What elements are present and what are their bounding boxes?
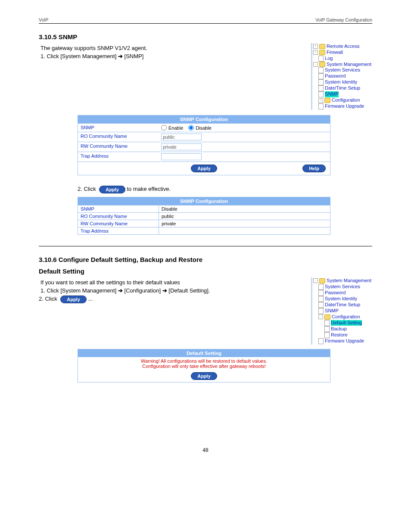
page-number: 48 [39,447,372,453]
page-icon [318,79,324,85]
expand-icon[interactable]: + [318,98,323,103]
page-icon [318,85,324,91]
warning-line-1: Warning! All configurations will be rest… [78,358,330,364]
ro-label: RO Community Name [78,132,159,142]
snmp-step2: 2. Click Apply to make effective. [78,186,372,193]
nav-tree-snmp: +Remote Access +Firewall Log -System Man… [311,43,372,110]
folder-open-icon [319,278,325,283]
apply-button-inline[interactable]: Apply [99,186,125,193]
nav-backup[interactable]: Backup [331,326,347,332]
nav-sys-identity[interactable]: System Identity [325,79,357,85]
page-icon [318,296,324,302]
apply-button-inline[interactable]: Apply [60,296,87,303]
nav-firmware[interactable]: Firmware Upgrade [325,338,364,344]
nav-sys-identity[interactable]: System Identity [325,296,357,302]
apply-button[interactable]: Apply [191,372,217,380]
default-setting-panel: Default Setting Warning! All configurati… [78,349,330,383]
result-rw: private [159,220,330,227]
page-icon [318,67,324,73]
trap-input[interactable] [161,153,202,160]
arrow-icon: ➔ [118,287,123,294]
nav-sys-services[interactable]: System Services [325,67,360,73]
result-ro: public [159,213,330,220]
expand-icon[interactable]: + [313,44,318,49]
arrow-icon: ➔ [118,53,123,59]
page-icon [324,320,330,326]
snmp-step1: 1. Click [System Management] ➔ [SNMP] [40,53,302,59]
nav-sys-services[interactable]: System Services [325,284,360,290]
snmp-config-header: SNMP Configuration [78,115,330,123]
page-icon [318,103,324,109]
nav-firewall[interactable]: Firewall [327,50,343,56]
nav-configuration[interactable]: Configuration [332,314,360,320]
nav-snmp[interactable]: SNMP [325,308,339,314]
nav-password[interactable]: Password [325,290,346,296]
nav-default-setting[interactable]: Default Setting [331,320,362,326]
default-setting-intro: If you want to reset all the settings to… [40,279,302,286]
help-button[interactable]: Help [302,165,326,172]
nav-configuration[interactable]: Configuration [332,97,360,103]
rw-label: RW Community Name [78,142,159,152]
folder-icon [319,50,325,55]
rw-input[interactable] [161,143,202,150]
page-icon [318,308,324,314]
section-title-config: 3.10.6 Configure Default Setting, Backup… [39,256,372,263]
folder-icon [319,44,325,49]
nav-remote-access[interactable]: Remote Access [327,44,359,50]
nav-sys-mgmt[interactable]: System Management [327,62,371,68]
folder-icon [324,98,330,103]
result-snmp: Disable [159,205,330,212]
nav-log[interactable]: Log [325,56,333,62]
collapse-icon[interactable]: - [313,278,318,283]
header-right: VoIP Gateway Configuration [315,17,372,22]
nav-sys-mgmt[interactable]: System Management [327,278,371,284]
apply-button[interactable]: Apply [191,165,217,172]
page-icon [318,338,324,344]
snmp-disable-radio[interactable] [188,125,194,131]
page-icon [318,302,324,308]
nav-restore[interactable]: Restore [331,332,348,338]
page-header: VoIP VoIP Gateway Configuration [39,17,372,24]
header-left: VoIP [39,17,48,22]
ro-input[interactable] [161,134,202,140]
nav-datetime[interactable]: Date/Time Setup [325,302,360,308]
trap-label: Trap Address [78,152,159,162]
warning-line-2: Configuration will only take effective a… [78,364,330,369]
default-setting-step2: 2. Click Apply ... [39,296,302,303]
subsection-title-default-setting: Default Setting [39,268,372,275]
nav-firmware[interactable]: Firmware Upgrade [325,103,364,109]
snmp-intro: The gateway supports SNMP V1/V2 agent. [40,45,302,51]
page-icon [324,332,330,338]
nav-snmp[interactable]: SNMP [325,91,339,97]
step1-num: 1. [40,53,47,59]
nav-tree-config: -System Management System Services Passw… [311,277,372,345]
enable-label: Enable [168,125,183,131]
default-setting-step1: 1. Click [System Management] ➔ [Configur… [40,287,302,294]
page-icon [318,284,324,290]
default-setting-panel-header: Default Setting [78,349,330,357]
collapse-icon[interactable]: - [313,62,318,67]
folder-open-icon [324,314,330,320]
disable-label: Disable [196,125,212,131]
result-trap [159,227,330,234]
page-icon [318,73,324,79]
section-title-snmp: 3.10.5 SNMP [39,33,372,40]
snmp-label: SNMP [78,124,159,132]
folder-open-icon [319,62,325,67]
nav-password[interactable]: Password [325,73,346,79]
snmp-result-header: SNMP Configuration [78,197,330,205]
page-icon [324,326,330,332]
snmp-config-table: SNMP Configuration SNMP Enable Disable R… [78,115,330,175]
expand-icon[interactable]: + [313,50,318,55]
snmp-enable-radio[interactable] [161,125,167,131]
nav-datetime[interactable]: Date/Time Setup [325,85,360,91]
snmp-result-table: SNMP Configuration SNMPDisable RO Commun… [78,197,330,235]
page-icon [318,290,324,296]
collapse-icon[interactable]: - [318,314,323,319]
arrow-icon: ➔ [162,287,167,294]
page-icon [318,56,324,62]
separator [39,246,372,246]
page-icon [318,91,324,97]
